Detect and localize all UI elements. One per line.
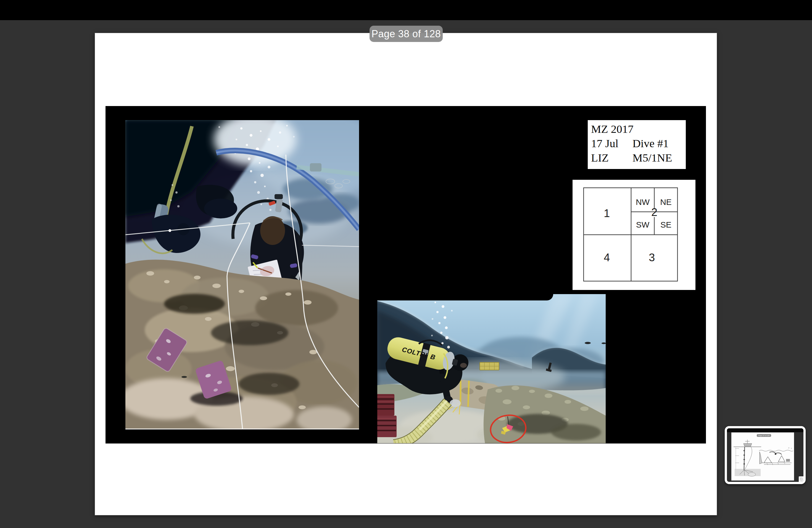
maroon-crates — [377, 394, 396, 437]
yellow-crate — [480, 362, 499, 370]
grid-label-sw: SW — [636, 220, 650, 229]
dive-info-date: 17 Jul — [591, 136, 633, 150]
desktop-background: Page 38 of 128 — [0, 0, 812, 528]
dive-info-grid-ref: M5/1NE — [633, 150, 672, 165]
page-indicator-label: Page 38 of 128 — [372, 28, 441, 40]
fish — [585, 342, 591, 344]
grid-label-3: 3 — [649, 251, 655, 263]
pip-top-bar — [727, 428, 803, 432]
grid-label-1: 1 — [604, 207, 610, 219]
page-indicator-pill: Page 38 of 128 — [369, 26, 443, 42]
pip-document-page: Page 37 of 128 — [731, 432, 794, 481]
grid-label-2: 2 — [651, 206, 657, 218]
grid-label-ne: NE — [660, 197, 672, 207]
grid-label-se: SE — [661, 220, 671, 229]
pip-desktop: Page 37 of 128 — [727, 428, 803, 482]
dive-info-dive-number: Dive #1 — [633, 136, 669, 150]
dive-info-project: MZ 2017 — [591, 122, 634, 136]
dive-info-box: MZ 2017 17 Jul Dive #1 LIZ M5/1NE — [588, 120, 686, 169]
pip-nested-thumbnail — [799, 476, 803, 482]
quadrant-grid-diagram: 1 2 3 4 NW NE SW SE — [572, 180, 695, 290]
pip-thumbnail-window[interactable]: Page 37 of 128 — [725, 426, 806, 484]
dive-info-site: LIZ — [591, 150, 633, 165]
pip-diagram-excavation — [758, 446, 794, 468]
top-menu-bar — [0, 0, 812, 20]
grid-label-nw: NW — [636, 197, 650, 207]
right-photo-excavation: COLTRI B — [377, 294, 606, 443]
photo-corner-notch — [377, 294, 553, 300]
grid-label-4: 4 — [604, 251, 610, 263]
left-photo-underwater-survey — [126, 120, 359, 429]
small-fish — [182, 376, 187, 378]
